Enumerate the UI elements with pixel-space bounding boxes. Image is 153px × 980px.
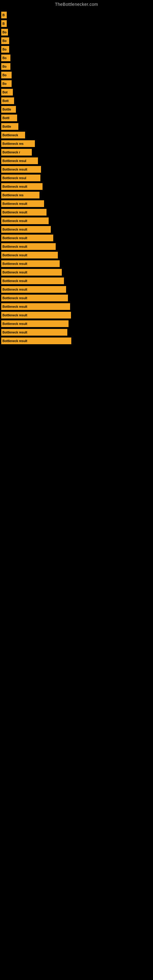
bar-item: Bottleneck result [1,286,66,293]
bar-item: Bottleneck result [1,277,64,284]
bars-container: BBBoBoBoBoBoBoBoBotBottBottleBottlBottle… [0,9,153,349]
bar-row: Bo [0,63,153,70]
bar-row: Bottleneck resul [0,158,153,164]
bar-row: Bottleneck r [0,149,153,156]
bar-row: Bo [0,46,153,52]
bar-row: Bottleneck result [0,337,153,344]
bar-item: Bottleneck result [1,337,71,344]
bar-row: Bottle [0,123,153,130]
bar-row: Bottleneck result [0,294,153,301]
bar-item: Bottleneck res [1,140,35,147]
bar-row: Bottleneck result [0,252,153,258]
bar-item: Bottleneck result [1,303,70,310]
bar-row: Bo [0,37,153,44]
bar-row: Bottleneck result [0,260,153,267]
bar-row: Bottleneck result [0,329,153,336]
bar-item: Bot [1,89,13,95]
bar-item: Bottleneck result [1,218,49,224]
bar-row: Bottleneck result [0,183,153,190]
bar-item: Bo [1,63,10,70]
bar-item: Bo [1,72,12,78]
bar-row: Bottleneck result [0,200,153,207]
bar-row: Bot [0,89,153,95]
bar-item: Bottleneck result [1,312,71,318]
bar-row: Bottle [0,106,153,113]
bar-row: Bottleneck result [0,235,153,241]
bar-item: Bottleneck resul [1,175,40,181]
bar-item: Bottleneck result [1,252,58,258]
bar-item: Bottleneck result [1,166,41,173]
bar-row: Bottleneck res [0,192,153,199]
bar-row: Bottleneck resul [0,175,153,181]
bar-item: Bottleneck result [1,260,60,267]
bar-row: Bottleneck result [0,209,153,216]
bar-row: Bottleneck result [0,166,153,173]
bar-item: Bottle [1,123,18,130]
bar-row: Bottleneck result [0,277,153,284]
bar-item: Bo [1,80,12,87]
bar-row: Bo [0,72,153,78]
bar-row: Bottleneck [0,132,153,138]
bar-row: Bottleneck result [0,286,153,293]
bar-row: Bo [0,54,153,61]
bar-row: Bottleneck result [0,312,153,318]
bar-item: Bottleneck result [1,243,56,250]
bar-row: Bottl [0,115,153,121]
bar-item: Bottleneck result [1,320,69,327]
site-title: TheBottlenecker.com [0,0,153,9]
bar-row: Bottleneck result [0,226,153,233]
bar-item: Bottle [1,106,16,113]
bar-row: B [0,12,153,18]
bar-item: Bottleneck r [1,149,32,156]
bar-row: Bottleneck result [0,320,153,327]
bar-item: Bottleneck resul [1,158,38,164]
bar-item: Bottleneck result [1,200,44,207]
bar-item: Bottleneck result [1,209,46,216]
bar-row: Bottleneck res [0,140,153,147]
bar-item: Bottleneck res [1,192,40,199]
bar-item: Bo [1,46,9,52]
bar-item: Bottleneck result [1,183,43,190]
bar-item: B [1,12,7,18]
bar-row: Bo [0,80,153,87]
bar-item: Bo [1,37,9,44]
bar-item: Bo [1,54,10,61]
bar-item: Bottleneck result [1,226,51,233]
bar-row: B [0,20,153,27]
bar-item: Bott [1,97,14,104]
bar-item: Bottleneck result [1,329,67,336]
bar-item: Bottleneck result [1,269,62,275]
bar-row: Bottleneck result [0,269,153,275]
site-title-container: TheBottlenecker.com [0,0,153,9]
bar-row: Bott [0,97,153,104]
bar-item: Bottleneck [1,132,25,138]
bar-item: Bottl [1,115,17,121]
bar-row: Bottleneck result [0,243,153,250]
bar-row: Bottleneck result [0,303,153,310]
bar-row: Bo [0,29,153,35]
bar-item: Bottleneck result [1,294,68,301]
bar-row: Bottleneck result [0,218,153,224]
bar-item: Bottleneck result [1,235,53,241]
bar-item: Bo [1,29,8,35]
bar-item: B [1,20,7,27]
